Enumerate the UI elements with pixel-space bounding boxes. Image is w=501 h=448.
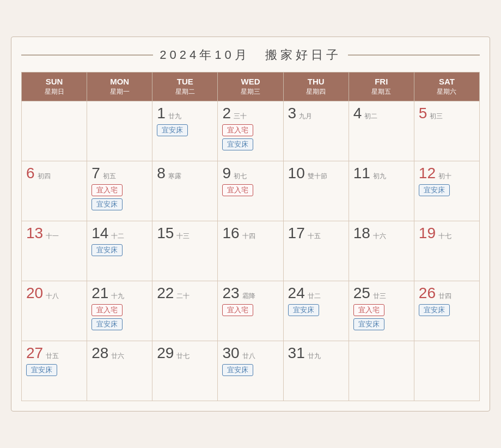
calendar-cell: 6 初四 (22, 161, 87, 221)
day-tag: 宜入宅 (222, 184, 253, 196)
day-lunar: 十五 (308, 233, 321, 239)
header-cell-tue: TUE星期二 (152, 72, 218, 101)
day-lunar: 十二 (111, 233, 124, 239)
day-lunar: 廿二 (308, 293, 321, 299)
day-number: 12 (419, 166, 436, 181)
day-number: 16 (222, 226, 239, 241)
day-lunar: 二十 (176, 293, 190, 299)
day-number: 26 (419, 286, 436, 301)
day-number: 23 (222, 286, 239, 301)
title-line-left (21, 55, 153, 56)
week-row-3: 13 十一 14 十二 宜安床 15 十三 16 十四 17 十五 18 (22, 221, 480, 281)
day-tags: 宜入宅宜安床 (353, 304, 410, 330)
day-number: 20 (26, 286, 43, 301)
header-cell-sat: SAT星期六 (414, 72, 479, 101)
day-number: 2 (222, 106, 231, 121)
calendar-cell (22, 101, 87, 161)
day-lunar: 初四 (38, 173, 51, 179)
day-lunar: 初十 (438, 173, 451, 179)
day-tag: 宜入宅 (91, 304, 123, 316)
day-number: 17 (288, 226, 305, 241)
day-number: 28 (91, 346, 108, 361)
day-lunar: 廿六 (111, 353, 124, 359)
day-lunar: 廿九 (308, 353, 321, 359)
week-row-2: 6 初四 7 初五 宜入宅宜安床 8 寒露 9 初七 宜入宅 10 雙十節 11 (22, 161, 480, 221)
day-number: 6 (26, 166, 35, 181)
calendar-cell: 8 寒露 (152, 161, 218, 221)
day-tags: 宜安床 (419, 184, 475, 196)
day-tag: 宜安床 (91, 244, 123, 256)
calendar-cell: 31 廿九 (283, 341, 349, 401)
calendar-header: SUN星期日MON星期一TUE星期二WED星期三THU星期四FRI星期五SAT星… (22, 72, 480, 101)
day-tag: 宜安床 (91, 318, 123, 330)
title-line-right (348, 55, 480, 56)
calendar-cell: 25 廿三 宜入宅宜安床 (349, 281, 414, 341)
day-number: 29 (157, 346, 174, 361)
day-number: 7 (91, 166, 100, 181)
calendar-cell: 19 十七 (414, 221, 479, 281)
calendar-cell: 30 廿八 宜安床 (218, 341, 283, 401)
calendar-cell: 3 九月 (283, 101, 349, 161)
day-lunar: 三十 (234, 113, 247, 119)
day-tag: 宜入宅 (222, 124, 253, 136)
week-row-5: 27 廿五 宜安床 28 廿六 29 廿七 30 廿八 宜安床 31 廿九 (22, 341, 480, 401)
calendar-cell: 18 十六 (349, 221, 414, 281)
day-number: 10 (288, 166, 305, 181)
day-number: 1 (157, 106, 166, 121)
title-row: 2024年10月 搬家好日子 (21, 47, 480, 63)
calendar-cell: 2 三十 宜入宅宜安床 (218, 101, 283, 161)
day-tag: 宜安床 (288, 304, 319, 316)
day-tag: 宜安床 (222, 138, 253, 150)
calendar-title: 2024年10月 搬家好日子 (160, 47, 341, 63)
calendar-cell: 27 廿五 宜安床 (22, 341, 87, 401)
day-lunar: 雙十節 (308, 173, 327, 179)
day-lunar: 十四 (242, 233, 255, 239)
calendar-cell (414, 341, 479, 401)
day-lunar: 廿九 (168, 113, 181, 119)
day-tags: 宜安床 (222, 364, 278, 376)
day-lunar: 廿四 (438, 293, 451, 299)
day-tag: 宜安床 (91, 198, 123, 210)
calendar-cell: 22 二十 (152, 281, 218, 341)
day-lunar: 寒露 (168, 173, 181, 179)
day-lunar: 十一 (46, 233, 59, 239)
day-tag: 宜安床 (157, 124, 188, 136)
week-row-4: 20 十八 21 十九 宜入宅宜安床 22 二十 23 霜降 宜入宅 24 廿二… (22, 281, 480, 341)
day-lunar: 初九 (373, 173, 386, 179)
day-tags: 宜入宅宜安床 (91, 304, 148, 330)
day-number: 5 (419, 106, 427, 121)
calendar-cell: 17 十五 (283, 221, 349, 281)
day-tag: 宜入宅 (91, 184, 123, 196)
day-number: 19 (419, 226, 436, 241)
header-cell-sun: SUN星期日 (22, 72, 87, 101)
calendar-cell: 1 廿九 宜安床 (152, 101, 218, 161)
calendar-cell: 15 十三 (152, 221, 218, 281)
day-tag: 宜安床 (26, 364, 57, 376)
calendar-cell: 16 十四 (218, 221, 283, 281)
day-lunar: 霜降 (242, 293, 255, 299)
calendar-cell: 11 初九 (349, 161, 414, 221)
day-tags: 宜安床 (91, 244, 148, 256)
day-lunar: 十八 (46, 293, 59, 299)
day-tags: 宜安床 (288, 304, 344, 316)
day-lunar: 十六 (373, 233, 386, 239)
day-number: 24 (288, 286, 305, 301)
header-cell-fri: FRI星期五 (349, 72, 414, 101)
day-tags: 宜入宅 (222, 304, 278, 316)
day-lunar: 初五 (103, 173, 116, 179)
calendar-cell (87, 101, 152, 161)
day-number: 15 (157, 226, 174, 241)
calendar-cell: 7 初五 宜入宅宜安床 (87, 161, 152, 221)
week-row-1: 1 廿九 宜安床 2 三十 宜入宅宜安床 3 九月 4 初二 5 初三 (22, 101, 480, 161)
day-number: 4 (353, 106, 362, 121)
day-lunar: 廿七 (176, 353, 190, 359)
day-number: 31 (288, 346, 305, 361)
day-tag: 宜安床 (419, 184, 450, 196)
calendar-cell: 14 十二 宜安床 (87, 221, 152, 281)
day-tags: 宜安床 (26, 364, 82, 376)
day-number: 30 (222, 346, 239, 361)
calendar-cell: 12 初十 宜安床 (414, 161, 479, 221)
day-tags: 宜入宅 (222, 184, 278, 196)
day-number: 22 (157, 286, 174, 301)
day-tag: 宜入宅 (353, 304, 384, 316)
